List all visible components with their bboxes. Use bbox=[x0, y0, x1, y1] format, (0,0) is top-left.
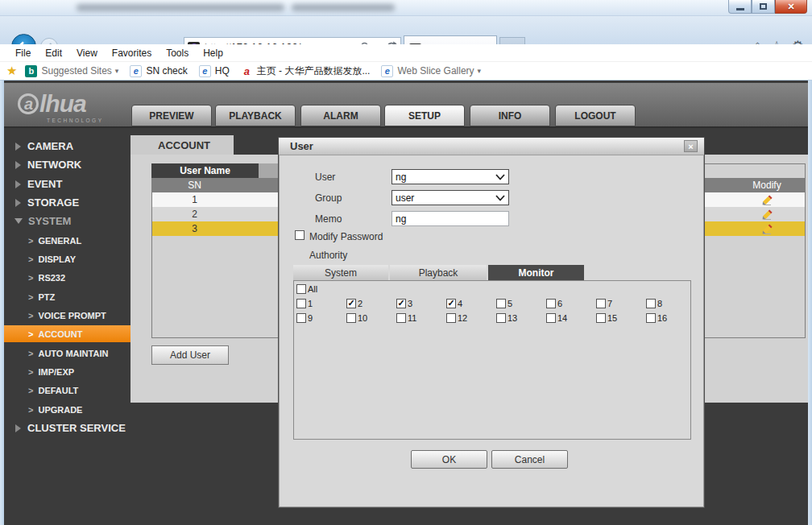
channel-10[interactable]: 10 bbox=[346, 313, 396, 323]
nav-tab-logout[interactable]: LOGOUT bbox=[555, 105, 636, 126]
nav-tab-info[interactable]: INFO bbox=[470, 105, 550, 126]
menu-view[interactable]: View bbox=[69, 48, 105, 59]
channel-3[interactable]: 3 bbox=[396, 299, 446, 308]
account-page-tab[interactable]: ACCOUNT bbox=[130, 135, 234, 155]
chevron-right-icon: > bbox=[28, 367, 33, 377]
sidebar-item-default[interactable]: >DEFAULT bbox=[4, 382, 130, 399]
sidebar-item-upgrade[interactable]: >UPGRADE bbox=[4, 401, 130, 418]
authority-tab-system[interactable]: System bbox=[293, 265, 388, 280]
favorite-hq[interactable]: e HQ bbox=[199, 65, 230, 77]
modify-password-checkbox[interactable] bbox=[295, 230, 304, 240]
sidebar-item-general[interactable]: >GENERAL bbox=[4, 232, 130, 249]
close-window-button[interactable]: ✕ bbox=[775, 0, 807, 14]
restore-button[interactable] bbox=[752, 0, 775, 14]
sidebar-item-storage[interactable]: STORAGE bbox=[4, 194, 130, 211]
channel-4[interactable]: 4 bbox=[446, 299, 496, 308]
dahua-logo-subtitle: TECHNOLOGY bbox=[47, 118, 104, 123]
authority-label: Authority bbox=[309, 250, 347, 261]
channel-7[interactable]: 7 bbox=[596, 299, 646, 308]
ok-button[interactable]: OK bbox=[411, 450, 487, 469]
menu-help[interactable]: Help bbox=[196, 48, 230, 59]
chevron-right-icon: > bbox=[28, 386, 33, 395]
channel-6[interactable]: 6 bbox=[546, 299, 596, 308]
modify-pencil-icon[interactable] bbox=[729, 192, 805, 207]
chevron-right-icon: > bbox=[28, 349, 33, 358]
sidebar-item-system[interactable]: SYSTEM bbox=[4, 213, 130, 229]
caret-icon: ▾ bbox=[478, 67, 482, 75]
sidebar-item-account[interactable]: >ACCOUNT bbox=[4, 325, 130, 342]
authority-tab-playback[interactable]: Playback bbox=[390, 265, 487, 280]
minimize-icon bbox=[736, 8, 744, 10]
user-dialog: User × User ng Group user Memo ng Modify… bbox=[278, 137, 705, 508]
sidebar-item-event[interactable]: EVENT bbox=[4, 176, 130, 192]
sidebar-item-cluster-service[interactable]: CLUSTER SERVICE bbox=[4, 420, 130, 436]
channel-8[interactable]: 8 bbox=[646, 299, 696, 308]
row-sn: 2 bbox=[152, 207, 237, 221]
sidebar-item-voice-prompt[interactable]: >VOICE PROMPT bbox=[4, 307, 130, 324]
channel-12[interactable]: 12 bbox=[446, 313, 496, 323]
menu-file[interactable]: File bbox=[8, 48, 38, 59]
ie-icon: e bbox=[130, 65, 142, 77]
add-user-button[interactable]: Add User bbox=[151, 345, 229, 365]
channel-16[interactable]: 16 bbox=[646, 313, 696, 323]
favorite-sn-check[interactable]: e SN check bbox=[130, 65, 187, 77]
expand-arrow-icon bbox=[15, 424, 21, 432]
dialog-close-button[interactable]: × bbox=[684, 140, 698, 152]
minimize-button[interactable] bbox=[728, 0, 752, 14]
favorite-web-slice-gallery[interactable]: e Web Slice Gallery▾ bbox=[381, 65, 481, 77]
memo-label: Memo bbox=[315, 213, 342, 225]
add-favorite-icon[interactable]: ★ bbox=[6, 64, 17, 78]
chevron-right-icon: > bbox=[28, 254, 33, 264]
nav-tab-alarm[interactable]: ALARM bbox=[300, 105, 381, 126]
window-title-blurred-2 bbox=[292, 4, 395, 11]
channel-1[interactable]: 1 bbox=[296, 299, 346, 308]
favorite-suggested-sites[interactable]: b Suggested Sites▾ bbox=[25, 65, 118, 77]
menu-favorites[interactable]: Favorites bbox=[105, 48, 159, 59]
channel-13[interactable]: 13 bbox=[496, 313, 546, 323]
window-titlebar: ✕ bbox=[0, 0, 812, 16]
sidebar-item-ptz[interactable]: >PTZ bbox=[4, 288, 130, 305]
favorite-dahua-home[interactable]: a 主页 - 大华产品数据发放... bbox=[241, 64, 371, 78]
nav-tab-playback[interactable]: PLAYBACK bbox=[215, 105, 296, 126]
channel-2[interactable]: 2 bbox=[346, 299, 396, 308]
modify-pencil-icon[interactable] bbox=[729, 207, 805, 221]
group-select[interactable]: user bbox=[392, 190, 509, 205]
channel-11[interactable]: 11 bbox=[396, 313, 446, 323]
nav-tab-preview[interactable]: PREVIEW bbox=[131, 105, 212, 126]
dialog-titlebar: User × bbox=[279, 138, 704, 155]
modify-pencil-icon[interactable] bbox=[729, 221, 805, 236]
all-checkbox[interactable] bbox=[296, 284, 306, 294]
menu-tools[interactable]: Tools bbox=[159, 48, 196, 59]
sidebar-item-imp-exp[interactable]: >IMP/EXP bbox=[4, 363, 130, 380]
expand-arrow-icon bbox=[15, 143, 21, 151]
menu-edit[interactable]: Edit bbox=[38, 48, 69, 59]
collapse-arrow-icon bbox=[14, 218, 23, 224]
menu-bar: File Edit View Favorites Tools Help bbox=[0, 44, 812, 62]
sidebar-item-auto-maintain[interactable]: >AUTO MAINTAIN bbox=[4, 345, 130, 362]
channel-5[interactable]: 5 bbox=[496, 299, 546, 308]
chevron-right-icon: > bbox=[28, 292, 33, 302]
chevron-right-icon: > bbox=[28, 236, 33, 246]
browser-toolbar: http://172.16.16.123/ ▾ CONFIG × ⌂ ☆ ⚙ bbox=[0, 16, 812, 44]
caret-icon: ▾ bbox=[115, 67, 119, 75]
chevron-right-icon: > bbox=[28, 273, 33, 283]
chevron-right-icon: > bbox=[28, 311, 33, 320]
sidebar-item-camera[interactable]: CAMERA bbox=[4, 138, 130, 155]
sidebar-item-display[interactable]: >DISPLAY bbox=[4, 250, 130, 267]
nav-tab-setup[interactable]: SETUP bbox=[384, 105, 465, 126]
cancel-button[interactable]: Cancel bbox=[491, 450, 568, 469]
sidebar-item-network[interactable]: NETWORK bbox=[4, 156, 130, 173]
authority-tab-monitor[interactable]: Monitor bbox=[488, 265, 584, 280]
channel-panel: All 1 2 3 4 5 6 7 8 9 10 11 12 13 14 15 … bbox=[293, 280, 691, 440]
channel-all[interactable]: All bbox=[296, 284, 346, 294]
modify-password-label: Modify Password bbox=[309, 231, 383, 242]
memo-input[interactable]: ng bbox=[392, 211, 509, 226]
sidebar-item-rs232[interactable]: >RS232 bbox=[4, 269, 130, 286]
channel-9[interactable]: 9 bbox=[296, 313, 346, 323]
user-select[interactable]: ng bbox=[392, 169, 509, 184]
window-title-blurred bbox=[77, 4, 284, 11]
chevron-down-icon bbox=[495, 172, 505, 183]
channel-15[interactable]: 15 bbox=[596, 313, 646, 323]
channel-14[interactable]: 14 bbox=[546, 313, 596, 323]
username-tab[interactable]: User Name bbox=[151, 163, 259, 178]
